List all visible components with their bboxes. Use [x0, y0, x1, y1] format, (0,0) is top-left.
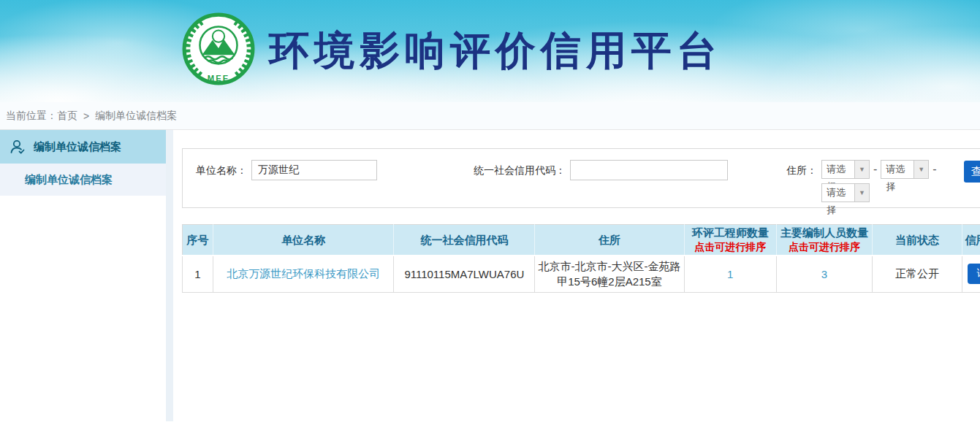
- main-content: 单位名称： 统一社会信用代码： 住所： 请选择 ▼ - 请选择 ▼ -: [173, 130, 980, 421]
- sidebar-item-credit-archive[interactable]: 编制单位诚信档案: [0, 130, 166, 164]
- detail-button[interactable]: 详情: [968, 264, 980, 284]
- credit-code-label: 统一社会信用代码：: [474, 160, 566, 180]
- col-header-credit-code: 统一社会信用代码: [394, 225, 535, 256]
- site-title: 环境影响评价信用平台: [269, 24, 722, 78]
- cell-status: 正常公开: [873, 256, 962, 292]
- col-header-company: 单位名称: [213, 225, 393, 256]
- site-header: MEE 环境影响评价信用平台: [0, 0, 980, 102]
- svg-text:MEE: MEE: [208, 74, 229, 83]
- dash-separator: -: [932, 160, 936, 183]
- results-table: 序号 单位名称 统一社会信用代码 住所 环评工程师数量 点击可进行排序 主要编制…: [182, 224, 980, 293]
- city-select[interactable]: 请选择 ▼: [881, 160, 929, 179]
- staff-count-link[interactable]: 3: [821, 268, 827, 280]
- engineer-count-link[interactable]: 1: [727, 268, 733, 280]
- sidebar: 编制单位诚信档案 编制单位诚信档案: [0, 130, 166, 421]
- cell-credit-code: 91110115MA7LWUA76U: [394, 256, 535, 292]
- sort-hint[interactable]: 点击可进行排序: [686, 240, 775, 253]
- chevron-down-icon[interactable]: ▼: [913, 161, 928, 178]
- province-select[interactable]: 请选择 ▼: [821, 160, 870, 179]
- sidebar-item-label: 编制单位诚信档案: [34, 140, 121, 154]
- query-button[interactable]: 查询: [964, 161, 980, 183]
- address-label: 住所：: [786, 160, 817, 180]
- table-header-row: 序号 单位名称 统一社会信用代码 住所 环评工程师数量 点击可进行排序 主要编制…: [183, 225, 980, 256]
- breadcrumb-separator: >: [83, 110, 89, 122]
- breadcrumb: 当前位置： 首页 > 编制单位诚信档案: [0, 102, 980, 130]
- credit-code-input[interactable]: [570, 160, 728, 180]
- col-header-seq: 序号: [183, 225, 213, 256]
- col-header-credit-record: 信用记录: [962, 225, 980, 256]
- cell-address: 北京市-北京市-大兴区-金苑路甲15号6幢2层A215室: [535, 256, 684, 292]
- user-check-icon: [9, 138, 26, 156]
- col-header-address: 住所: [535, 225, 684, 256]
- address-selects: 请选择 ▼ - 请选择 ▼ - 请选择 ▼: [821, 160, 980, 207]
- company-link[interactable]: 北京万源世纪环保科技有限公司: [227, 267, 380, 280]
- col-header-engineer-count[interactable]: 环评工程师数量 点击可进行排序: [684, 225, 776, 256]
- table-row: 1 北京万源世纪环保科技有限公司 91110115MA7LWUA76U 北京市-…: [183, 256, 980, 292]
- dash-separator: -: [873, 160, 877, 183]
- company-name-input[interactable]: [251, 160, 377, 180]
- breadcrumb-home-link[interactable]: 首页: [57, 110, 77, 123]
- company-name-label: 单位名称：: [196, 160, 247, 180]
- col-header-staff-count[interactable]: 主要编制人员数量 点击可进行排序: [776, 225, 873, 256]
- sidebar-subitem-label: 编制单位诚信档案: [25, 173, 113, 187]
- mee-logo-icon: MEE: [181, 12, 256, 86]
- chevron-down-icon[interactable]: ▼: [854, 184, 869, 202]
- cell-seq: 1: [183, 256, 213, 292]
- district-select[interactable]: 请选择 ▼: [821, 183, 870, 202]
- chevron-down-icon[interactable]: ▼: [854, 161, 869, 178]
- sort-hint[interactable]: 点击可进行排序: [778, 240, 871, 253]
- breadcrumb-current: 编制单位诚信档案: [95, 110, 177, 123]
- breadcrumb-prefix: 当前位置：: [6, 110, 57, 123]
- col-header-status: 当前状态: [873, 225, 962, 256]
- page-body: 编制单位诚信档案 编制单位诚信档案 单位名称： 统一社会信用代码： 住所： 请选…: [0, 130, 980, 421]
- search-panel: 单位名称： 统一社会信用代码： 住所： 请选择 ▼ - 请选择 ▼ -: [182, 148, 980, 208]
- sidebar-subitem-credit-archive[interactable]: 编制单位诚信档案: [0, 164, 166, 196]
